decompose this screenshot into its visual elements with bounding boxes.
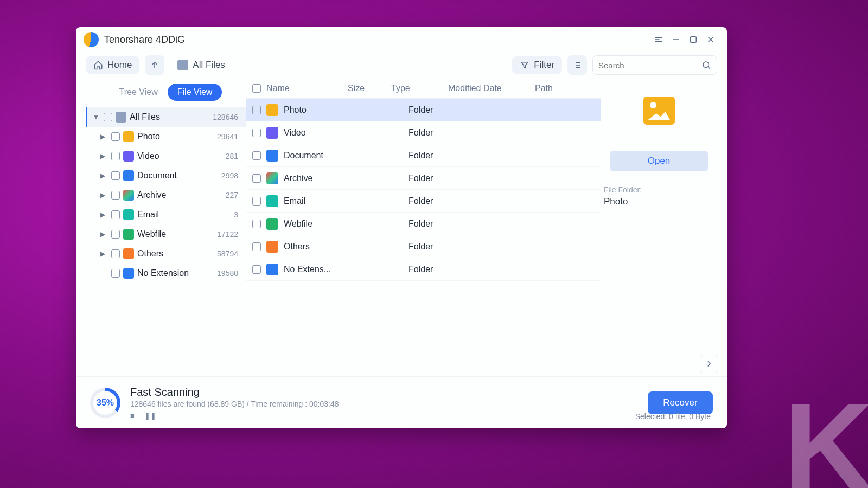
scan-stop-button[interactable]: ■ xyxy=(130,412,135,420)
caret-right-icon[interactable]: ▶ xyxy=(100,250,108,258)
cell-name: Video xyxy=(284,128,360,138)
tree-count: 29641 xyxy=(217,132,238,141)
minimize-button[interactable] xyxy=(667,31,685,48)
checkbox[interactable] xyxy=(111,132,120,141)
selection-summary: Selected: 0 file, 0 Byte xyxy=(635,412,711,421)
checkbox[interactable] xyxy=(111,269,120,278)
column-headers: Name Size Type Modified Date Path xyxy=(246,78,601,99)
search-input[interactable] xyxy=(598,61,701,70)
caret-right-icon[interactable]: ▶ xyxy=(100,152,108,160)
checkbox[interactable] xyxy=(252,242,261,251)
checkbox[interactable] xyxy=(111,230,120,239)
cell-type: Folder xyxy=(409,105,460,115)
checkbox[interactable] xyxy=(111,191,120,200)
home-button[interactable]: Home xyxy=(86,56,139,74)
tree-label: Email xyxy=(137,210,159,220)
tree-item-archive[interactable]: ▶Archive227 xyxy=(86,185,246,205)
tree-label: Archive xyxy=(137,190,166,200)
file-row[interactable]: VideoFolder xyxy=(246,121,601,144)
menu-icon[interactable] xyxy=(650,31,667,48)
up-button[interactable] xyxy=(145,55,164,75)
caret-down-icon[interactable]: ▼ xyxy=(93,113,100,121)
checkbox[interactable] xyxy=(252,220,261,228)
file-row[interactable]: ArchiveFolder xyxy=(246,167,601,190)
scan-subtitle: 128646 files are found (68.89 GB) / Time… xyxy=(130,400,339,408)
file-row[interactable]: DocumentFolder xyxy=(246,144,601,167)
select-all-checkbox[interactable] xyxy=(252,84,261,93)
filter-label: Filter xyxy=(534,60,554,70)
maximize-button[interactable] xyxy=(685,31,702,48)
col-type[interactable]: Type xyxy=(391,84,443,93)
checkbox[interactable] xyxy=(252,265,261,274)
tree-item-document[interactable]: ▶Document2998 xyxy=(86,166,246,185)
file-row[interactable]: OthersFolder xyxy=(246,235,601,258)
cell-type: Folder xyxy=(409,219,460,229)
tree-label: No Extension xyxy=(137,268,189,278)
checkbox[interactable] xyxy=(111,171,120,180)
search-box[interactable] xyxy=(592,55,717,75)
filter-icon xyxy=(520,60,529,70)
checkbox[interactable] xyxy=(111,249,120,258)
preview-meta: File Folder: Photo xyxy=(604,185,642,207)
tree-item-video[interactable]: ▶Video281 xyxy=(86,146,246,166)
checkbox[interactable] xyxy=(104,113,112,121)
tree-item-webfile[interactable]: ▶Webfile17122 xyxy=(86,224,246,244)
cell-type: Folder xyxy=(409,174,460,183)
tree-root-all-files[interactable]: ▼ All Files 128646 xyxy=(86,107,246,127)
file-row[interactable]: WebfileFolder xyxy=(246,213,601,235)
webfile-icon xyxy=(123,229,134,240)
col-name[interactable]: Name xyxy=(266,84,342,93)
email-icon xyxy=(123,209,134,220)
tab-file-view[interactable]: File View xyxy=(168,84,222,101)
home-icon xyxy=(93,60,103,70)
photo-icon xyxy=(123,131,134,142)
scan-info: Fast Scanning 128646 files are found (68… xyxy=(130,386,339,420)
checkbox[interactable] xyxy=(252,174,261,183)
checkbox[interactable] xyxy=(111,210,120,219)
tree-count: 128646 xyxy=(213,113,238,121)
cell-name: Webfile xyxy=(284,219,360,229)
app-window: Tenorshare 4DDiG Home All Files Filter xyxy=(76,27,727,428)
tree-item-others[interactable]: ▶Others58794 xyxy=(86,244,246,264)
tree-item-photo[interactable]: ▶Photo29641 xyxy=(86,127,246,146)
tree-item-noext[interactable]: No Extension19580 xyxy=(86,264,246,283)
folder-icon xyxy=(266,218,278,230)
file-row[interactable]: PhotoFolder xyxy=(246,99,601,121)
caret-right-icon[interactable]: ▶ xyxy=(100,191,108,199)
layout-toggle-button[interactable] xyxy=(567,55,587,75)
tab-tree-view[interactable]: Tree View xyxy=(110,84,168,101)
checkbox[interactable] xyxy=(252,151,261,160)
tree-label: Video xyxy=(137,151,159,161)
caret-right-icon[interactable]: ▶ xyxy=(100,230,108,238)
preview-meta-key: File Folder: xyxy=(604,185,642,194)
checkbox[interactable] xyxy=(111,152,120,160)
file-row[interactable]: No Extens...Folder xyxy=(246,258,601,281)
scan-pause-button[interactable]: ❚❚ xyxy=(144,412,156,420)
breadcrumb[interactable]: All Files xyxy=(170,56,233,74)
col-size[interactable]: Size xyxy=(348,84,386,93)
folder-icon xyxy=(266,264,278,275)
caret-right-icon[interactable]: ▶ xyxy=(100,211,108,219)
close-button[interactable] xyxy=(702,31,719,48)
caret-right-icon[interactable]: ▶ xyxy=(100,133,108,140)
folder-icon xyxy=(266,150,278,162)
checkbox[interactable] xyxy=(252,129,261,137)
caret-right-icon[interactable]: ▶ xyxy=(100,172,108,179)
checkbox[interactable] xyxy=(252,197,261,206)
recover-button[interactable]: Recover xyxy=(648,391,713,414)
file-row[interactable]: EmailFolder xyxy=(246,190,601,213)
toolbar: Home All Files Filter xyxy=(76,52,727,78)
filter-button[interactable]: Filter xyxy=(512,56,562,74)
open-button[interactable]: Open xyxy=(610,151,708,171)
cell-name: Photo xyxy=(284,105,360,115)
checkbox[interactable] xyxy=(252,106,261,114)
others-icon xyxy=(123,248,134,259)
file-tree: ▼ All Files 128646 ▶Photo29641▶Video281▶… xyxy=(86,107,246,283)
preview-next-button[interactable] xyxy=(700,355,718,373)
col-path[interactable]: Path xyxy=(535,84,601,93)
left-panel: Tree View File View ▼ All Files 128646 ▶… xyxy=(86,78,246,376)
folder-icon xyxy=(266,241,278,253)
cell-name: No Extens... xyxy=(284,265,360,274)
col-modified-date[interactable]: Modified Date xyxy=(448,84,529,93)
tree-item-email[interactable]: ▶Email3 xyxy=(86,205,246,224)
